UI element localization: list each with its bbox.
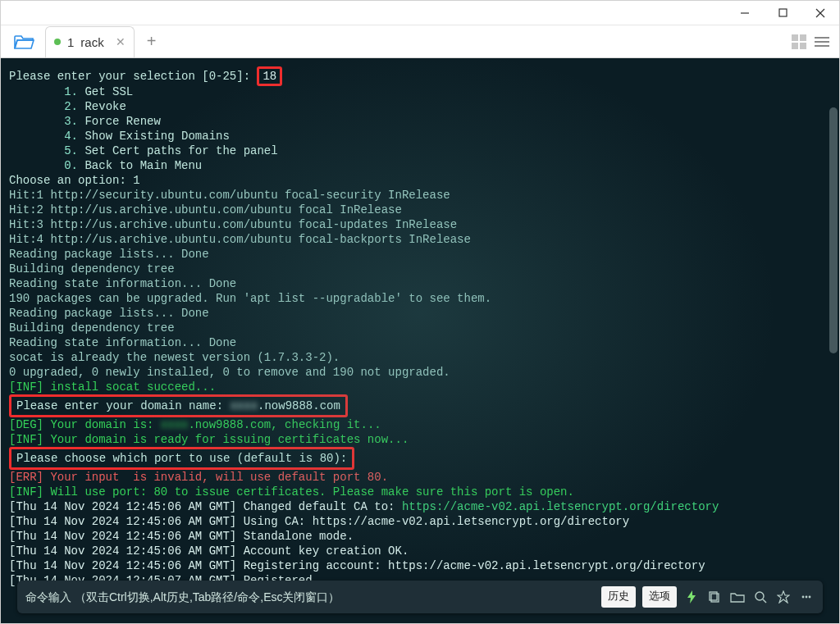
inf-ready-line: [INF] Your domain is ready for issuing c… (9, 432, 831, 447)
timestamp: [Thu 14 Nov 2024 12:45:06 AM GMT] (9, 544, 236, 558)
port-prompt-text: Please choose which port to use (default… (16, 452, 347, 465)
svg-point-9 (806, 596, 808, 599)
timestamp: [Thu 14 Nov 2024 12:45:06 AM GMT] (9, 500, 236, 513)
tab-session-rack[interactable]: 1 rack ✕ (45, 26, 135, 57)
inf-install-socat: [INF] install socat succeed... (9, 380, 831, 394)
apt-line: Reading state information... Done (9, 276, 831, 291)
deg-suffix: .now9888.com, checking it... (188, 418, 381, 431)
domain-blurred: xxxx (161, 418, 189, 431)
menu-item-force-renew: Force Renew (84, 115, 160, 128)
svg-point-8 (802, 596, 805, 599)
inf-port-line: [INF] Will use port: 80 to issue certifi… (9, 485, 831, 499)
apt-line: 190 packages can be upgraded. Run 'apt l… (9, 291, 831, 306)
app-window: 1 rack ✕ + Please enter your selection [… (0, 0, 840, 624)
tab-label: rack (80, 35, 103, 49)
menu-num: 3. (64, 115, 78, 128)
apt-line: Hit:3 http://us.archive.ubuntu.com/ubunt… (9, 217, 831, 232)
timestamp: [Thu 14 Nov 2024 12:45:06 AM GMT] (9, 559, 236, 572)
apt-line: Reading package lists... Done (9, 306, 831, 321)
minimize-button[interactable] (726, 1, 764, 25)
apt-line: Hit:4 http://us.archive.ubuntu.com/ubunt… (9, 232, 831, 247)
close-tab-button[interactable]: ✕ (116, 35, 126, 48)
window-titlebar (1, 1, 839, 25)
menu-num: 0. (64, 159, 78, 172)
svg-point-10 (809, 596, 811, 599)
tab-index: 1 (67, 35, 74, 49)
options-button[interactable]: 选项 (642, 586, 677, 608)
menu-item-back: Back to Main Menu (84, 159, 202, 172)
timestamp: [Thu 14 Nov 2024 12:45:06 AM GMT] (9, 530, 236, 543)
svg-rect-1 (779, 9, 787, 16)
star-icon[interactable] (775, 589, 792, 605)
menu-num: 5. (64, 144, 78, 157)
more-icon[interactable] (798, 589, 815, 605)
scrollbar[interactable] (829, 107, 838, 353)
close-window-button[interactable] (801, 1, 839, 25)
menu-item-show-domains: Show Existing Domains (84, 130, 229, 143)
menu-item-revoke: Revoke (84, 100, 126, 113)
err-line: [ERR] Your input is invalid, will use de… (9, 470, 831, 485)
domain-value: .now9888.com (258, 399, 340, 412)
timestamp: [Thu 14 Nov 2024 12:45:06 AM GMT] (9, 515, 236, 528)
acme-standalone: Standalone mode. (236, 530, 354, 543)
copy-icon[interactable] (706, 589, 723, 605)
apt-line: Building dependency tree (9, 262, 831, 276)
menu-num: 4. (64, 130, 78, 143)
apt-line: 0 upgraded, 0 newly installed, 0 to remo… (9, 365, 831, 380)
domain-blurred: xxxx (230, 399, 258, 412)
menu-num: 1. (64, 85, 78, 98)
choose-option-line: Choose an option: 1 (9, 173, 831, 188)
menu-item-cert-paths: Set Cert paths for the panel (84, 144, 277, 157)
menu-icon[interactable] (815, 37, 829, 47)
open-folder-icon[interactable] (9, 26, 40, 57)
menu-num: 2. (64, 100, 78, 113)
domain-prompt-text: Please enter your domain name: (16, 399, 230, 412)
apt-line: socat is already the newest version (1.7… (9, 350, 831, 365)
acme-key-ok: Account key creation OK. (236, 544, 409, 558)
apt-line: Reading state information... Done (9, 335, 831, 350)
port-prompt-highlight: Please choose which port to use (default… (9, 447, 354, 470)
acme-using-ca: Using CA: https://acme-v02.api.letsencry… (236, 515, 629, 528)
acme-ca-url: https://acme-v02.api.letsencrypt.org/dir… (402, 500, 719, 513)
selection-value: 18 (262, 70, 276, 83)
bolt-icon[interactable] (683, 589, 700, 605)
selection-prompt: Please enter your selection [0-25]: (9, 70, 250, 83)
history-button[interactable]: 历史 (601, 586, 636, 608)
tab-bar: 1 rack ✕ + (1, 25, 839, 58)
svg-line-7 (763, 599, 766, 603)
command-input-label: 命令输入 (25, 590, 71, 604)
folder-icon[interactable] (729, 589, 746, 605)
apt-line: Hit:1 http://security.ubuntu.com/ubuntu … (9, 188, 831, 203)
deg-prefix: [DEG] Your domain is: (9, 418, 161, 431)
new-tab-button[interactable]: + (139, 30, 164, 54)
apt-line: Reading package lists... Done (9, 247, 831, 262)
apt-line: Hit:2 http://us.archive.ubuntu.com/ubunt… (9, 203, 831, 217)
status-dot-icon (54, 39, 61, 45)
terminal-output[interactable]: Please enter your selection [0-25]: 18 1… (1, 58, 839, 623)
selection-highlight: 18 (257, 66, 282, 86)
apt-line: Building dependency tree (9, 321, 831, 335)
menu-item-get-ssl: Get SSL (84, 85, 133, 98)
acme-text: Changed default CA to: (236, 500, 402, 513)
grid-view-icon[interactable] (792, 34, 806, 49)
acme-registering: Registering account: https://acme-v02.ap… (236, 559, 705, 572)
search-icon[interactable] (752, 589, 769, 605)
maximize-button[interactable] (764, 1, 801, 25)
domain-prompt-highlight: Please enter your domain name: xxxx.now9… (9, 394, 348, 417)
command-bar[interactable]: 命令输入 （双击Ctrl切换,Alt历史,Tab路径/命令,Esc关闭窗口） 历… (17, 581, 823, 613)
command-input-hint: （双击Ctrl切换,Alt历史,Tab路径/命令,Esc关闭窗口） (75, 590, 340, 604)
svg-point-6 (756, 592, 764, 600)
